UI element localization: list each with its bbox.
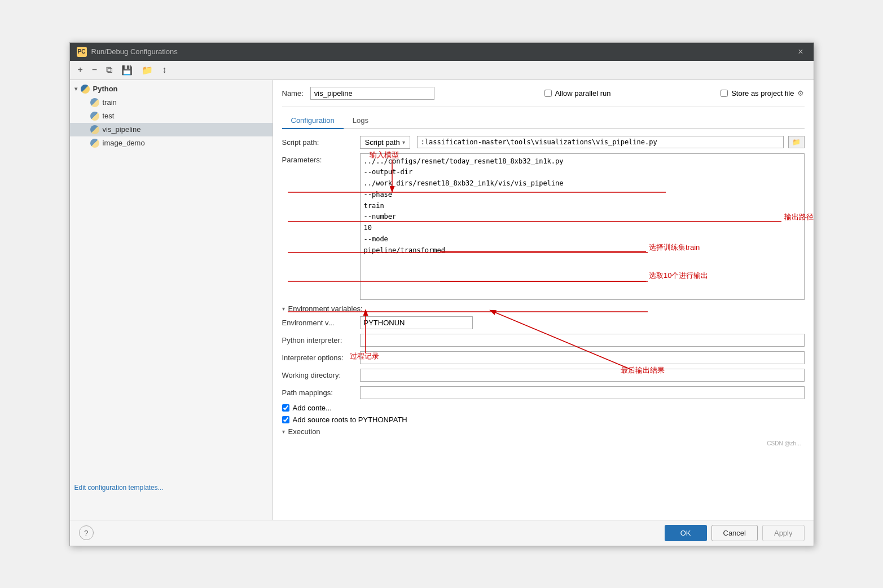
parameters-row: Parameters: ../../configs/resnet/today_r… bbox=[282, 153, 805, 300]
sidebar-item-vis-pipeline[interactable]: vis_pipeline bbox=[70, 123, 273, 136]
dialog-title: Run/Debug Configurations bbox=[91, 47, 178, 56]
allow-parallel-checkbox[interactable] bbox=[544, 90, 552, 97]
name-input[interactable] bbox=[310, 87, 434, 100]
watermark: CSDN @zh... bbox=[282, 439, 805, 448]
main-content: ▾ Python train test vis_pipeline bbox=[70, 80, 814, 520]
copy-config-button[interactable]: ⧉ bbox=[103, 63, 116, 77]
expand-exec-icon[interactable]: ▾ bbox=[282, 428, 285, 435]
save-config-button[interactable]: 💾 bbox=[118, 63, 136, 77]
python-file-icon bbox=[90, 139, 99, 148]
python-interpreter-input[interactable] bbox=[360, 334, 805, 347]
sidebar-item-train[interactable]: train bbox=[70, 96, 273, 109]
sidebar-item-label: test bbox=[103, 112, 115, 120]
python-file-icon bbox=[90, 125, 99, 134]
settings-icon[interactable]: ⚙ bbox=[797, 89, 804, 98]
python-file-icon bbox=[90, 98, 99, 107]
working-dir-input[interactable] bbox=[360, 369, 805, 382]
sidebar-group-python[interactable]: ▾ Python bbox=[70, 82, 273, 96]
tab-configuration[interactable]: Configuration bbox=[282, 113, 344, 129]
sidebar-item-test[interactable]: test bbox=[70, 109, 273, 123]
env-var-label: Environment v... bbox=[282, 316, 355, 327]
config-section: Script path: Script path ▾ 📁 Parameters: bbox=[282, 136, 805, 436]
parameters-label: Parameters: bbox=[282, 153, 355, 164]
sidebar-item-label: image_demo bbox=[103, 139, 145, 147]
python-interpreter-row: Python interpreter: bbox=[282, 334, 805, 347]
execution-label: Execution bbox=[288, 427, 320, 436]
sidebar: ▾ Python train test vis_pipeline bbox=[70, 80, 273, 520]
right-panel: Name: Allow parallel run Store as projec… bbox=[273, 80, 814, 520]
chevron-down-icon: ▾ bbox=[74, 86, 77, 92]
sidebar-group-label: Python bbox=[93, 85, 118, 93]
add-content-roots-row: Add conte... bbox=[282, 404, 805, 412]
apply-button[interactable]: Apply bbox=[762, 525, 805, 541]
allow-parallel-label: Allow parallel run bbox=[555, 89, 611, 98]
sidebar-wrapper: ▾ Python train test vis_pipeline bbox=[70, 80, 273, 520]
folder-config-button[interactable]: 📁 bbox=[138, 63, 156, 77]
add-source-roots-label: Add source roots to PYTHONPATH bbox=[293, 415, 407, 424]
action-buttons: OK Cancel Apply bbox=[665, 525, 805, 541]
interpreter-options-input[interactable] bbox=[360, 351, 805, 364]
ok-button[interactable]: OK bbox=[665, 525, 707, 541]
dialog: PC Run/Debug Configurations × + − ⧉ 💾 📁 … bbox=[69, 42, 814, 546]
add-source-roots-checkbox[interactable] bbox=[282, 416, 289, 423]
dropdown-box[interactable]: Script path ▾ bbox=[360, 136, 410, 149]
path-mappings-row: Path mappings: bbox=[282, 386, 805, 399]
env-variable-row: Environment v... bbox=[282, 316, 805, 329]
remove-config-button[interactable]: − bbox=[89, 63, 100, 77]
sidebar-item-label: train bbox=[103, 98, 117, 107]
sidebar-item-image-demo[interactable]: image_demo bbox=[70, 136, 273, 150]
script-path-row: Script path: Script path ▾ 📁 bbox=[282, 136, 805, 149]
title-bar-left: PC Run/Debug Configurations bbox=[77, 47, 178, 57]
execution-section-header: ▾ Execution bbox=[282, 427, 805, 436]
python-interpreter-label: Python interpreter: bbox=[282, 334, 355, 344]
close-button[interactable]: × bbox=[794, 46, 806, 58]
app-icon: PC bbox=[77, 47, 87, 57]
tab-logs[interactable]: Logs bbox=[344, 113, 377, 129]
edit-templates-link[interactable]: Edit configuration templates... bbox=[74, 484, 164, 492]
add-content-roots-label: Add conte... bbox=[293, 404, 332, 412]
environment-section-header: ▾ Environment variables: bbox=[282, 304, 805, 313]
script-path-label: Script path: bbox=[282, 136, 355, 147]
toolbar: + − ⧉ 💾 📁 ↕ bbox=[70, 61, 814, 80]
path-mappings-input[interactable] bbox=[360, 386, 805, 399]
name-row: Name: Allow parallel run Store as projec… bbox=[282, 87, 805, 100]
allow-parallel-group: Allow parallel run bbox=[544, 89, 611, 98]
add-config-button[interactable]: + bbox=[74, 63, 86, 77]
interpreter-options-label: Interpreter options: bbox=[282, 351, 355, 362]
environment-label: Environment variables: bbox=[288, 304, 363, 313]
cancel-button[interactable]: Cancel bbox=[711, 525, 758, 541]
env-var-input[interactable] bbox=[360, 316, 473, 329]
sort-config-button[interactable]: ↕ bbox=[159, 63, 170, 77]
interpreter-options-row: Interpreter options: bbox=[282, 351, 805, 364]
path-mappings-label: Path mappings: bbox=[282, 386, 355, 397]
python-file-icon bbox=[90, 112, 99, 121]
help-button[interactable]: ? bbox=[79, 525, 94, 540]
add-source-roots-row: Add source roots to PYTHONPATH bbox=[282, 415, 805, 424]
name-label: Name: bbox=[282, 89, 304, 98]
add-content-roots-checkbox[interactable] bbox=[282, 404, 289, 412]
working-dir-row: Working directory: bbox=[282, 369, 805, 382]
params-container: ../../configs/resnet/today_resnet18_8xb3… bbox=[360, 153, 805, 300]
python-icon bbox=[81, 85, 90, 94]
chevron-down-icon: ▾ bbox=[402, 139, 405, 145]
sidebar-item-label: vis_pipeline bbox=[103, 125, 141, 134]
script-path-input[interactable] bbox=[417, 136, 784, 148]
title-bar: PC Run/Debug Configurations × bbox=[70, 43, 814, 61]
store-project-group: Store as project file ⚙ bbox=[721, 89, 804, 98]
store-project-label: Store as project file bbox=[731, 89, 794, 98]
parameters-textarea[interactable]: ../../configs/resnet/today_resnet18_8xb3… bbox=[360, 153, 805, 300]
working-dir-label: Working directory: bbox=[282, 369, 355, 379]
tabs: Configuration Logs bbox=[282, 113, 805, 129]
script-path-dropdown[interactable]: Script path ▾ bbox=[360, 136, 410, 149]
expand-env-icon[interactable]: ▾ bbox=[282, 306, 285, 312]
store-project-checkbox[interactable] bbox=[721, 90, 728, 97]
bottom-bar: ? OK Cancel Apply bbox=[70, 520, 814, 546]
browse-button[interactable]: 📁 bbox=[788, 136, 805, 148]
